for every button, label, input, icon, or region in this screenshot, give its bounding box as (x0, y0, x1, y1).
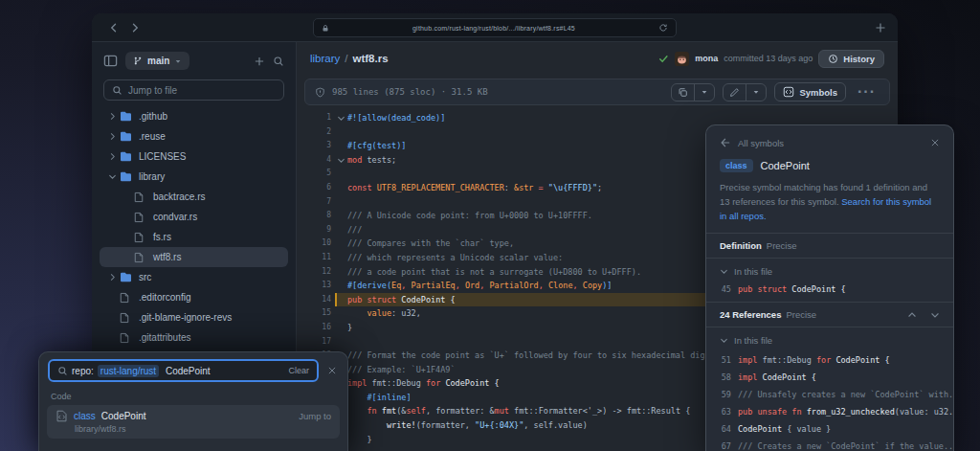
reference-snippet: /// Creates a new `CodePoint` if the val… (738, 441, 953, 451)
edit-pencil-icon[interactable] (724, 84, 746, 101)
reference-row[interactable]: 51impl fmt::Debug for CodePoint { (706, 351, 953, 369)
line-number[interactable]: 17 (297, 335, 335, 350)
breadcrumb-dir[interactable]: library (310, 53, 340, 64)
tree-item[interactable]: LICENSES (100, 147, 288, 167)
reload-icon[interactable] (658, 23, 668, 33)
tree-item-label: src (135, 272, 151, 282)
all-symbols-label[interactable]: All symbols (738, 138, 784, 148)
chevron-right-icon (105, 273, 120, 282)
line-number[interactable]: 16 (297, 321, 335, 335)
clear-button[interactable]: Clear (288, 366, 309, 375)
line-number[interactable]: 5 (297, 167, 335, 181)
search-overlay: repo: rust-lang/rust CodePoint Clear Cod… (38, 351, 348, 451)
fold-chevron-icon[interactable] (335, 153, 347, 168)
file-icon (134, 212, 149, 223)
line-content: mod tests; (347, 153, 396, 168)
line-number[interactable]: 12 (297, 265, 335, 280)
symbols-button[interactable]: Symbols (774, 82, 846, 101)
tree-item-label: .git-blame-ignore-revs (135, 312, 232, 323)
line-number[interactable]: 14 (297, 293, 335, 307)
committer-name[interactable]: mona (695, 54, 718, 63)
code-line[interactable]: 1#![allow(dead_code)] (297, 111, 898, 125)
query-prefix: repo: (72, 366, 94, 376)
definition-file-section[interactable]: In this file (706, 259, 953, 281)
tree-item[interactable]: .reuse (100, 126, 288, 147)
commit-meta: mona committed 13 days ago History (658, 50, 884, 68)
references-file-section[interactable]: In this file (706, 327, 953, 350)
search-result-item[interactable]: class CodePoint Jump to library/wtf8.rs (47, 405, 340, 439)
reference-row[interactable]: 64CodePoint { value } (706, 420, 953, 438)
folder-icon (120, 111, 135, 122)
avatar[interactable] (675, 52, 689, 66)
line-content: #[inline] (347, 391, 412, 405)
history-label: History (843, 54, 875, 64)
check-icon[interactable] (658, 54, 669, 64)
blob-toolbar-actions: Symbols ··· (671, 82, 880, 101)
reference-snippet: impl fmt::Debug for CodePoint { (738, 355, 890, 365)
more-options-button[interactable]: ··· (854, 83, 880, 101)
reference-row[interactable]: 67/// Creates a new `CodePoint` if the v… (706, 438, 953, 451)
line-content: fn fmt(&self, formatter: &mut fmt::Forma… (347, 404, 690, 418)
line-number[interactable]: 3 (297, 139, 335, 153)
chevron-down-icon[interactable] (930, 310, 940, 320)
line-number[interactable]: 7 (297, 195, 335, 210)
tree-item-label: LICENSES (135, 151, 186, 162)
tree-item-label: backtrace.rs (149, 192, 205, 202)
tree-item[interactable]: .github (100, 106, 288, 126)
new-tab-button[interactable] (875, 22, 886, 34)
line-number[interactable]: 9 (297, 223, 335, 237)
reference-row[interactable]: 58impl CodePoint { (706, 369, 953, 386)
line-number[interactable]: 11 (297, 251, 335, 265)
line-number[interactable]: 6 (297, 181, 335, 195)
branch-selector[interactable]: main (125, 52, 189, 70)
line-number[interactable]: 10 (297, 237, 335, 251)
reference-line-number: 63 (720, 407, 731, 417)
tree-item[interactable]: backtrace.rs (100, 187, 288, 207)
new-file-plus-icon[interactable] (254, 56, 265, 67)
tree-item[interactable]: wtf8.rs (100, 247, 288, 267)
tree-item[interactable]: .gitattributes (100, 327, 288, 348)
chevron-up-icon[interactable] (907, 310, 917, 320)
line-number[interactable]: 2 (297, 125, 335, 140)
reference-row[interactable]: 63pub unsafe fn from_u32_unchecked(value… (706, 403, 953, 420)
line-content: pub struct CodePoint { (347, 293, 456, 307)
tree-item[interactable]: library (100, 167, 288, 187)
lock-icon (322, 24, 329, 33)
tree-item[interactable]: .git-blame-ignore-revs (100, 307, 288, 327)
line-number[interactable]: 13 (297, 279, 335, 293)
copy-dropdown-caret-icon[interactable] (694, 84, 714, 101)
sidebar-toggle-icon[interactable] (103, 54, 118, 68)
close-icon[interactable] (325, 364, 339, 377)
tree-item[interactable]: src (100, 267, 288, 287)
tree-item[interactable]: .editorconfig (100, 287, 288, 307)
in-this-file-label: In this file (734, 335, 772, 346)
url-bar[interactable]: github.com/rust-lang/rust/blob/.../libra… (313, 18, 677, 37)
tree-item[interactable]: condvar.rs (100, 207, 288, 227)
blob-toolbar: 985 lines (875 sloc) · 31.5 KB (304, 79, 890, 105)
line-number[interactable]: 4 (297, 153, 335, 168)
search-input[interactable]: repo: rust-lang/rust CodePoint Clear (48, 359, 319, 382)
tree-item[interactable]: fs.rs (100, 227, 288, 247)
line-content: /// a code point that is not a surrogate… (347, 265, 641, 280)
reference-row[interactable]: 45pub struct CodePoint { (706, 281, 953, 302)
search-icon[interactable] (273, 56, 284, 67)
fold-chevron-icon[interactable] (335, 111, 347, 125)
history-clock-icon (828, 54, 838, 64)
edit-dropdown-caret-icon[interactable] (746, 84, 766, 101)
close-icon[interactable] (930, 138, 940, 147)
reference-row[interactable]: 59/// Unsafely creates a new `CodePoint`… (706, 386, 953, 403)
result-path: library/wtf8.rs (56, 422, 331, 434)
result-kind: class (74, 411, 96, 421)
forward-button[interactable] (124, 22, 145, 34)
file-header: library / wtf8.rs mona committed 13 days… (297, 42, 898, 75)
copy-icon[interactable] (672, 84, 694, 101)
line-number[interactable]: 15 (297, 306, 335, 321)
line-number[interactable]: 1 (297, 111, 335, 125)
back-arrow-icon[interactable] (720, 137, 731, 148)
history-button[interactable]: History (818, 50, 884, 68)
line-content: write!(formatter, "U+{:04X}", self.value… (347, 418, 588, 433)
reference-line-number: 64 (720, 424, 731, 434)
line-number[interactable]: 8 (297, 209, 335, 223)
jump-to-file-input[interactable]: Jump to file (103, 79, 284, 101)
back-button[interactable] (103, 22, 124, 34)
